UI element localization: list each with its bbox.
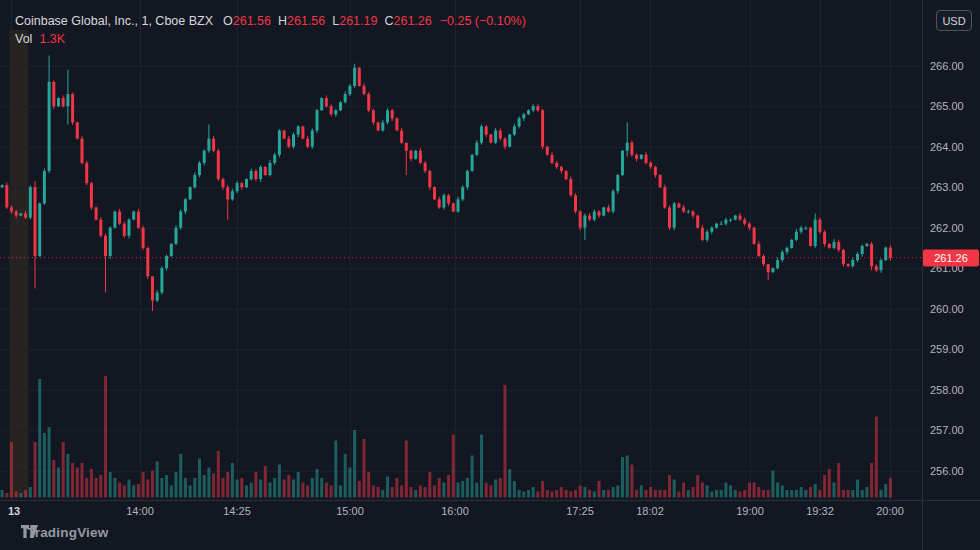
candle-body (113, 212, 116, 228)
candle-body (160, 268, 163, 292)
candle-body (706, 232, 709, 240)
volume-bar (485, 483, 488, 498)
candle-body (833, 242, 836, 248)
volume-bar (245, 486, 248, 498)
volume-bar (363, 439, 366, 498)
candle-body (541, 110, 544, 146)
volume-bar (753, 483, 756, 498)
candle-body (372, 110, 375, 122)
volume-bar (358, 481, 361, 498)
price-tick-label: 260.00 (930, 303, 964, 315)
candle-body (156, 293, 159, 301)
volume-bar (743, 490, 746, 498)
volume-bar (146, 480, 149, 498)
volume-bar (142, 472, 145, 498)
tradingview-attribution[interactable]: TradingView (21, 525, 108, 540)
volume-bar (762, 490, 765, 498)
volume-bar (1, 490, 4, 498)
candle-body (19, 214, 22, 216)
volume-row[interactable]: Vol 1.3K (15, 31, 526, 48)
candle-body (645, 155, 648, 163)
candle-body (720, 224, 723, 225)
volume-bar (560, 487, 563, 498)
volume-bar (786, 490, 789, 498)
candle-body (287, 139, 290, 147)
candle-body (569, 179, 572, 195)
candle-body (316, 110, 319, 130)
volume-bar (113, 478, 116, 498)
candle-body (15, 212, 18, 216)
volume-bar (579, 486, 582, 498)
candle-body (344, 94, 347, 102)
volume-bar (541, 481, 544, 498)
candle-body (170, 244, 173, 256)
candle-body (513, 126, 516, 134)
volume-bar (203, 475, 206, 498)
candle-body (367, 94, 370, 110)
candle-body (748, 224, 751, 228)
volume-bar (626, 456, 629, 498)
volume-bar (34, 442, 37, 498)
volume-bar (734, 490, 737, 498)
candle-body (781, 252, 784, 260)
candle-body (189, 187, 192, 199)
candle-body (62, 98, 65, 106)
candle-body (283, 131, 286, 139)
volume-bar (43, 433, 46, 498)
candle-body (536, 106, 539, 110)
volume-bar (565, 490, 568, 498)
open-label: O (223, 13, 233, 30)
time-axis[interactable]: 1314:0014:2515:0016:0017:2518:0219:0019:… (0, 501, 980, 523)
candle-body (405, 143, 408, 151)
candle-body (52, 82, 55, 106)
candle-body (598, 212, 601, 216)
candle-body (532, 106, 535, 110)
candle-body (410, 151, 413, 159)
candle-body (870, 244, 873, 266)
volume-bar (701, 483, 704, 498)
candle-body (790, 240, 793, 248)
candle-body (377, 122, 380, 130)
volume-bar (823, 475, 826, 498)
candle-body (250, 171, 253, 179)
volume-bar (847, 490, 850, 498)
volume-bar (334, 441, 337, 498)
volume-bar (38, 379, 41, 498)
candle-body (818, 220, 821, 232)
time-tick-label: 18:02 (636, 505, 664, 517)
candle-body (438, 199, 441, 207)
volume-bar (395, 478, 398, 498)
candle-body (461, 187, 464, 199)
chart-pane[interactable] (0, 0, 980, 550)
symbol-title[interactable]: Coinbase Global, Inc., 1, Cboe BZX (15, 13, 213, 30)
candle-body (203, 151, 206, 163)
volume-bar (438, 478, 441, 498)
volume-bar (339, 486, 342, 498)
volume-bar (466, 478, 469, 498)
candle-body (278, 131, 281, 155)
tradingview-brand-text: TradingView (27, 525, 108, 540)
candle-body (663, 187, 666, 207)
candle-body (90, 183, 93, 207)
volume-bar (720, 490, 723, 498)
candle-body (452, 203, 455, 211)
volume-bar (442, 483, 445, 498)
price-axis[interactable]: 261.26 266.00265.00264.00263.00262.00261… (923, 0, 980, 500)
symbol-row[interactable]: Coinbase Global, Inc., 1, Cboe BZX O261.… (15, 13, 526, 30)
candle-body (320, 98, 323, 110)
volume-bar (837, 463, 840, 498)
candle-body (363, 86, 366, 94)
volume-bar (687, 490, 690, 498)
candle-body (640, 155, 643, 159)
volume-bar (217, 451, 220, 498)
open-value: 261.56 (233, 13, 271, 30)
volume-bar (706, 486, 709, 498)
volume-bar (715, 490, 718, 498)
volume-bar (710, 492, 713, 498)
session-highlight-band (9, 30, 28, 497)
volume-bar (499, 478, 502, 498)
volume-bar (884, 484, 887, 498)
currency-usd-button[interactable]: USD (936, 10, 972, 31)
volume-bar (692, 487, 695, 498)
volume-bar (15, 492, 18, 498)
